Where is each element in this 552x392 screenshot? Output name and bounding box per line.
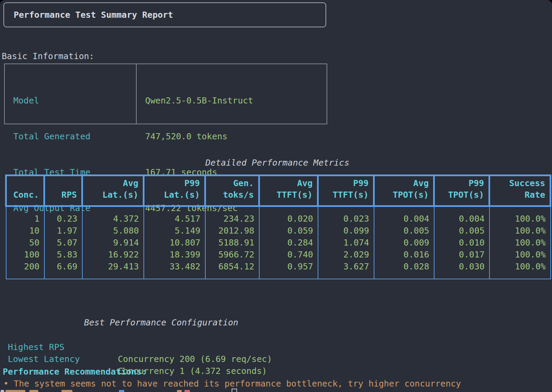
- metrics-header-row: Conc. RPS AvgLat.(s) P99Lat.(s) Gen.toks…: [6, 176, 551, 206]
- metric-cell: 10.807: [144, 237, 205, 249]
- clipped-text-fragment: [5, 390, 25, 392]
- metric-cell: 0.23: [44, 213, 82, 225]
- column-header-success-rate: SuccessRate: [489, 176, 551, 206]
- spacer-cell: [374, 206, 434, 213]
- recommendation-item: • The system seems not to have reached i…: [3, 378, 461, 390]
- metric-cell: 6.69: [44, 261, 82, 272]
- column-header-avg-tpot: AvgTPOT(s): [374, 176, 434, 206]
- metric-cell: 234.23: [205, 213, 259, 225]
- recommendations-heading: Performance Recommendations:: [3, 366, 147, 378]
- spacer-cell: [318, 206, 374, 213]
- info-label-total-generated: Total Generated: [13, 130, 136, 142]
- metric-cell: 5966.72: [205, 249, 259, 261]
- metric-cell: 0.284: [259, 237, 318, 249]
- metric-cell: 0.957: [259, 261, 318, 272]
- metric-cell: 3.627: [318, 261, 374, 272]
- column-header-p99-ttft: P99TTFT(s): [318, 176, 374, 206]
- metric-cell: 5.080: [82, 225, 144, 237]
- column-header-rps: RPS: [44, 176, 82, 206]
- metric-cell: 1.074: [318, 237, 374, 249]
- metric-cell: 33.482: [144, 261, 205, 272]
- basic-info-heading: Basic Information:: [2, 50, 94, 62]
- info-value-total-generated: 747,520.0 tokens: [145, 130, 327, 142]
- metric-cell: 18.399: [144, 249, 205, 261]
- column-header-p99-lat: P99Lat.(s): [144, 176, 205, 206]
- metrics-table: Conc. RPS AvgLat.(s) P99Lat.(s) Gen.toks…: [5, 174, 551, 279]
- basic-info-table: Model Total Generated Total Test Time Av…: [4, 64, 327, 124]
- spacer-cell: [44, 206, 82, 213]
- metric-cell: 0.010: [434, 237, 489, 249]
- metric-cell: 5188.91: [205, 237, 259, 249]
- metric-cell: 0.005: [434, 225, 489, 237]
- best-config-label: Lowest Latency: [8, 353, 80, 365]
- metric-cell: 100.0%: [489, 225, 551, 237]
- clipped-text-fragment: [61, 390, 72, 392]
- metric-cell: 1: [6, 213, 44, 225]
- spacer-cell: [82, 272, 144, 279]
- clipped-next-line: [0, 389, 552, 392]
- metric-cell: 0.020: [259, 213, 318, 225]
- table-row: 10.234.3724.517234.230.0200.0230.0040.00…: [6, 213, 551, 225]
- metric-cell: 0.023: [318, 213, 374, 225]
- metric-cell: 0.017: [434, 249, 489, 261]
- spacer-cell: [489, 206, 551, 213]
- metric-cell: 0.030: [434, 261, 489, 272]
- metric-cell: 0.740: [259, 249, 318, 261]
- spacer-cell: [205, 272, 259, 279]
- basic-info-values: Qwen2.5-0.5B-Instruct 747,520.0 tokens 1…: [137, 64, 327, 124]
- metric-cell: 2.029: [318, 249, 374, 261]
- spacer-cell: [6, 272, 44, 279]
- metric-cell: 5.83: [44, 249, 82, 261]
- clipped-text-fragment: [184, 390, 190, 392]
- spacer-cell: [144, 206, 205, 213]
- metric-cell: 29.413: [82, 261, 144, 272]
- metric-cell: 100: [6, 249, 44, 261]
- table-spacer-row: [6, 272, 551, 279]
- metric-cell: 0.016: [374, 249, 434, 261]
- spacer-cell: [82, 206, 144, 213]
- metric-cell: 16.922: [82, 249, 144, 261]
- info-value-model: Qwen2.5-0.5B-Instruct: [145, 95, 327, 107]
- terminal-cursor: [232, 389, 237, 392]
- clipped-text-fragment: [1, 390, 4, 392]
- spacer-cell: [144, 272, 205, 279]
- metric-cell: 100.0%: [489, 237, 551, 249]
- metric-cell: 200: [6, 261, 44, 272]
- spacer-cell: [374, 272, 434, 279]
- best-config-title: Best Performance Configuration: [84, 317, 238, 328]
- spacer-cell: [44, 272, 82, 279]
- spacer-cell: [318, 272, 374, 279]
- metric-cell: 0.004: [374, 213, 434, 225]
- clipped-text-fragment: [119, 390, 124, 392]
- metric-cell: 6854.12: [205, 261, 259, 272]
- report-title: Performance Test Summary Report: [14, 10, 173, 20]
- spacer-cell: [205, 206, 259, 213]
- metrics-table-title: Detailed Performance Metrics: [5, 157, 550, 169]
- spacer-cell: [489, 272, 551, 279]
- metric-cell: 0.028: [374, 261, 434, 272]
- metric-cell: 5.07: [44, 237, 82, 249]
- metric-cell: 100.0%: [489, 261, 551, 272]
- column-header-conc: Conc.: [6, 176, 44, 206]
- column-header-avg-lat: AvgLat.(s): [82, 176, 144, 206]
- column-header-gen-toks: Gen.toks/s: [205, 176, 259, 206]
- report-title-box: Performance Test Summary Report: [3, 2, 326, 27]
- basic-info-labels: Model Total Generated Total Test Time Av…: [5, 64, 137, 124]
- column-header-avg-ttft: AvgTTFT(s): [259, 176, 318, 206]
- metric-cell: 0.004: [434, 213, 489, 225]
- spacer-cell: [434, 206, 489, 213]
- metric-cell: 50: [6, 237, 44, 249]
- metric-cell: 0.005: [374, 225, 434, 237]
- metric-cell: 0.099: [318, 225, 374, 237]
- table-row: 101.975.0805.1492012.980.0590.0990.0050.…: [6, 225, 551, 237]
- terminal-screen: Performance Test Summary Report Basic In…: [0, 0, 552, 392]
- table-spacer-row: [6, 206, 551, 213]
- metric-cell: 9.914: [82, 237, 144, 249]
- spacer-cell: [259, 206, 318, 213]
- table-row: 1005.8316.92218.3995966.720.7402.0290.01…: [6, 249, 551, 261]
- table-row: 505.079.91410.8075188.910.2841.0740.0090…: [6, 237, 551, 249]
- spacer-cell: [259, 272, 318, 279]
- column-header-p99-tpot: P99TPOT(s): [434, 176, 489, 206]
- metric-cell: 10: [6, 225, 44, 237]
- metric-cell: 4.372: [82, 213, 144, 225]
